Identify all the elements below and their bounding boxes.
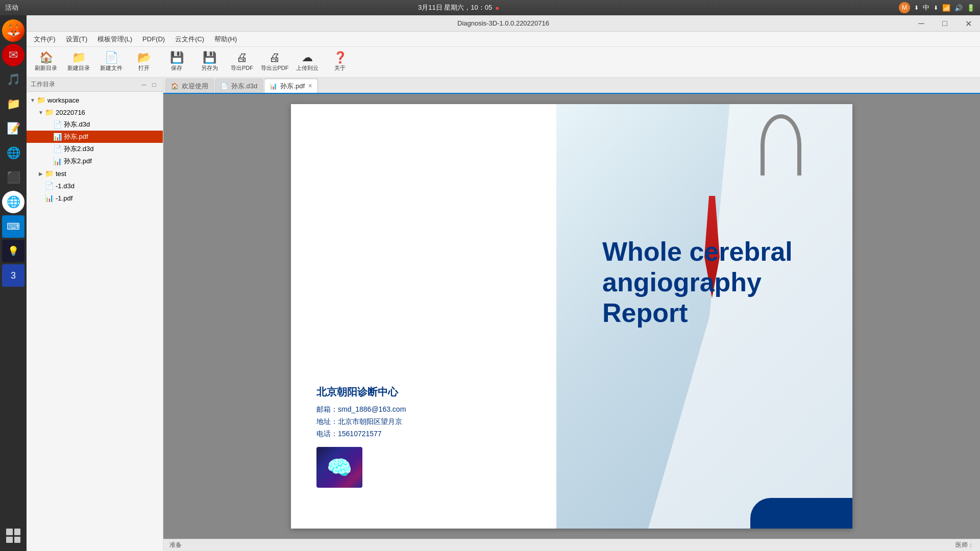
toolbar-save-as[interactable]: 💾 另存为 xyxy=(194,49,225,76)
tab-sun-d3d[interactable]: 📄 孙东.d3d xyxy=(215,79,263,93)
new-dir-label: 新建目录 xyxy=(67,64,90,72)
input-method-arrow[interactable]: ⬇ xyxy=(934,5,938,11)
pdf-title-line2: angiography xyxy=(602,267,762,297)
tree-item-workspace[interactable]: ▼ 📁 workspace xyxy=(27,94,163,106)
brain-image xyxy=(316,447,362,488)
folder-test-icon: 📁 xyxy=(45,169,54,178)
sidebar-minimize-button[interactable]: ─ xyxy=(139,80,149,89)
file-d3d2-icon: 📄 xyxy=(53,145,62,153)
tab-sun-d3d-icon: 📄 xyxy=(220,83,228,90)
menu-settings[interactable]: 设置(T) xyxy=(61,33,93,46)
sidebar-maximize-button[interactable]: □ xyxy=(150,80,159,89)
file-tree: ▼ 📁 workspace ▼ 📁 20220716 📄 孙东.d3d xyxy=(27,92,163,551)
taskbar-rhythmbox[interactable]: 🎵 xyxy=(2,68,24,91)
editor-area: 🏠 欢迎使用 📄 孙东.d3d 📊 孙东.pdf ✕ xyxy=(163,78,980,551)
pdf-title-line3: Report xyxy=(602,298,688,328)
file-minus1-pdf-icon: 📊 xyxy=(45,194,54,202)
tree-item-sun-d3d[interactable]: 📄 孙东.d3d xyxy=(27,118,163,131)
input-method-label[interactable]: 中 xyxy=(923,3,929,12)
taskbar-vscode[interactable]: ⌨ xyxy=(2,215,24,238)
folder-workspace-icon: 📁 xyxy=(37,96,45,104)
volume-icon[interactable]: 🔊 xyxy=(954,4,963,12)
tree-item-sun-pdf[interactable]: 📊 孙东.pdf xyxy=(27,131,163,143)
menu-pdf[interactable]: PDF(D) xyxy=(137,33,170,45)
tab-close-button[interactable]: ✕ xyxy=(308,83,312,89)
export-cloud-pdf-label: 导出云PDF xyxy=(261,64,289,72)
tree-label-sun2-d3d: 孙东2.d3d xyxy=(64,144,94,154)
maximize-button[interactable]: □ xyxy=(933,15,957,32)
toolbar-upload-cloud[interactable]: ☁ 上传到云 xyxy=(292,49,323,76)
tree-item-sun2-d3d[interactable]: 📄 孙东2.d3d xyxy=(27,143,163,155)
taskbar-network[interactable]: 🌐 xyxy=(2,142,24,164)
export-pdf-icon: 🖨 xyxy=(236,52,248,63)
toolbar-refresh-dir[interactable]: 🏠 刷新目录 xyxy=(31,49,61,76)
status-right: 医师： xyxy=(955,541,974,549)
tab-sun-d3d-label: 孙东.d3d xyxy=(231,82,257,91)
sidebar-title: 工作目录 xyxy=(31,80,55,89)
pdf-phone: 电话：15610721577 xyxy=(316,430,531,439)
export-cloud-pdf-icon: 🖨 xyxy=(269,52,280,63)
toolbar-export-cloud-pdf[interactable]: 🖨 导出云PDF xyxy=(259,49,290,76)
taskbar-pycharm[interactable]: 💡 xyxy=(2,240,24,262)
tree-label-sun2-pdf: 孙东2.pdf xyxy=(64,157,92,166)
tab-welcome-label: 欢迎使用 xyxy=(182,82,208,91)
tab-welcome-icon: 🏠 xyxy=(171,83,179,90)
pdf-viewer[interactable]: 北京朝阳诊断中心 邮箱：smd_1886@163.com 地址：北京市朝阳区望月… xyxy=(163,94,980,539)
save-as-icon: 💾 xyxy=(203,52,216,63)
menu-help[interactable]: 帮助(H) xyxy=(209,33,242,46)
new-dir-icon: 📁 xyxy=(72,52,86,63)
file-pdf2-icon: 📊 xyxy=(53,157,62,165)
taskbar-chrome[interactable]: 🌐 xyxy=(2,191,24,213)
taskbar-email[interactable]: ✉ xyxy=(2,44,24,66)
toolbar-open[interactable]: 📂 打开 xyxy=(129,49,159,76)
menu-file[interactable]: 文件(F) xyxy=(29,33,61,46)
taskbar-apps-grid[interactable] xyxy=(2,524,24,547)
tree-arrow-20220716: ▼ xyxy=(37,110,45,115)
taskbar-firefox[interactable]: 🦊 xyxy=(2,19,24,42)
file-pdf-icon: 📊 xyxy=(53,133,62,141)
refresh-dir-icon: 🏠 xyxy=(39,52,53,63)
tree-item-test[interactable]: ▶ 📁 test xyxy=(27,167,163,180)
taskbar-terminal[interactable]: ⬛ xyxy=(2,166,24,189)
toolbar-about[interactable]: ❓ 关于 xyxy=(325,49,355,76)
pdf-email: 邮箱：smd_1886@163.com xyxy=(316,405,531,414)
user-menu-icon[interactable]: ⬇ xyxy=(914,5,919,11)
tab-sun-pdf-icon: 📊 xyxy=(270,83,277,90)
sys-center: 3月11日 星期六，10：05 ● xyxy=(418,3,499,12)
upload-cloud-label: 上传到云 xyxy=(296,64,318,72)
refresh-dir-label: 刷新目录 xyxy=(35,64,57,72)
title-bar: Diagnosis-3D-1.0.0.220220716 ─ □ ✕ xyxy=(27,15,980,32)
toolbar-export-pdf[interactable]: 🖨 导出PDF xyxy=(227,49,257,76)
minimize-button[interactable]: ─ xyxy=(910,15,933,32)
export-pdf-label: 导出PDF xyxy=(231,64,253,72)
menu-cloud[interactable]: 云文件(C) xyxy=(170,33,209,46)
pdf-address: 地址：北京市朝阳区望月京 xyxy=(316,417,531,427)
tree-item-20220716[interactable]: ▼ 📁 20220716 xyxy=(27,106,163,118)
toolbar-new-dir[interactable]: 📁 新建目录 xyxy=(63,49,94,76)
wifi-icon[interactable]: 📶 xyxy=(942,4,950,12)
tree-item-minus1-d3d[interactable]: 📄 -1.d3d xyxy=(27,180,163,192)
taskbar-text[interactable]: 📝 xyxy=(2,117,24,140)
save-label: 保存 xyxy=(171,64,182,72)
tab-welcome[interactable]: 🏠 欢迎使用 xyxy=(165,79,214,93)
pdf-main-title: Whole cerebral angiography Report xyxy=(602,237,837,328)
toolbar-new-file[interactable]: 📄 新建文件 xyxy=(96,49,127,76)
sidebar: 工作目录 ─ □ ▼ 📁 workspace ▼ 📁 xyxy=(27,78,163,551)
toolbar-save[interactable]: 💾 保存 xyxy=(161,49,192,76)
tree-arrow-workspace: ▼ xyxy=(29,97,37,103)
tree-item-sun2-pdf[interactable]: 📊 孙东2.pdf xyxy=(27,155,163,167)
taskbar-files[interactable]: 📁 xyxy=(2,93,24,115)
menu-template[interactable]: 模板管理(L) xyxy=(92,33,137,46)
battery-icon[interactable]: 🔋 xyxy=(967,4,975,12)
tree-label-sun-pdf: 孙东.pdf xyxy=(64,132,88,141)
activities-label[interactable]: 活动 xyxy=(5,3,18,12)
sys-left: 活动 xyxy=(5,3,18,12)
taskbar-diagnosis3d[interactable]: 3 xyxy=(2,264,24,287)
avatar-icon[interactable]: M xyxy=(899,2,910,13)
close-button[interactable]: ✕ xyxy=(957,15,980,32)
tabs-bar: 🏠 欢迎使用 📄 孙东.d3d 📊 孙东.pdf ✕ xyxy=(163,78,980,94)
pdf-phone-label: 电话： xyxy=(316,430,338,438)
tab-sun-pdf[interactable]: 📊 孙东.pdf ✕ xyxy=(264,79,318,93)
tree-item-minus1-pdf[interactable]: 📊 -1.pdf xyxy=(27,192,163,204)
pdf-phone-value: 15610721577 xyxy=(338,430,382,438)
